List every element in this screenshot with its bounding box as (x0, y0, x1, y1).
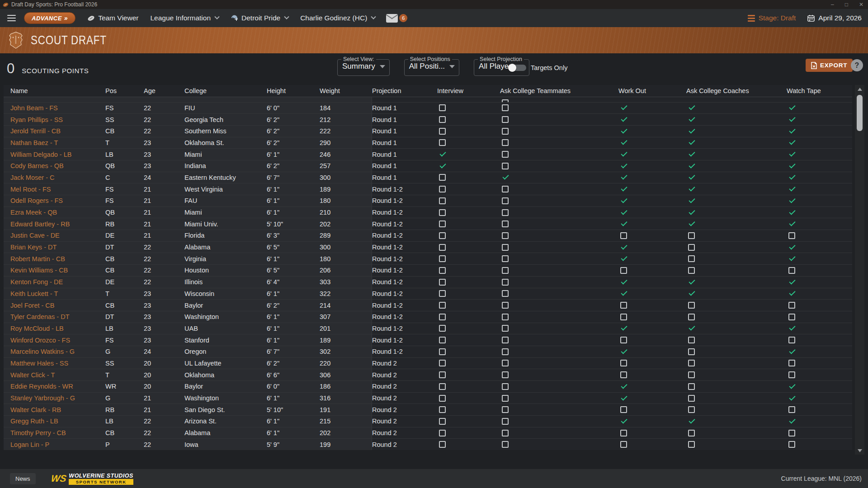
player-name-link[interactable]: Justin Cave - DE (4, 230, 105, 241)
teammates-checkbox[interactable] (502, 337, 509, 343)
teammates-checkbox[interactable] (502, 290, 509, 297)
interview-checkbox[interactable] (439, 232, 446, 239)
interview-checkbox[interactable] (439, 325, 446, 332)
interview-checkbox[interactable] (439, 244, 446, 251)
tape-checkbox[interactable] (788, 360, 795, 366)
coaches-checkbox[interactable] (688, 371, 695, 378)
teammates-checkbox[interactable] (502, 325, 509, 332)
column-header-ask-college-teammates[interactable]: Ask College Teammates (500, 85, 618, 97)
interview-checkbox[interactable] (439, 255, 446, 262)
teammates-checkbox[interactable] (502, 163, 509, 169)
coaches-checkbox[interactable] (688, 383, 695, 390)
interview-checkbox[interactable] (439, 430, 446, 436)
player-name-link[interactable]: Cody Barnes - QB (4, 160, 105, 172)
interview-checkbox[interactable] (439, 267, 446, 274)
view-select[interactable]: Select View: Summary (337, 56, 390, 76)
interview-checkbox[interactable] (439, 314, 446, 320)
workout-checkbox[interactable] (620, 337, 627, 343)
player-name-link[interactable]: Timothy Perry - CB (4, 427, 105, 439)
interview-checkbox[interactable] (439, 139, 446, 146)
player-name-link[interactable]: Kenton Fong - DE (4, 277, 105, 288)
column-header-age[interactable]: Age (144, 85, 184, 97)
workout-checkbox[interactable] (620, 314, 627, 320)
coaches-checkbox[interactable] (688, 430, 695, 436)
player-name-link[interactable]: Stanley Yarbrough - G (4, 393, 105, 404)
player-name-link[interactable]: Jerold Terrill - CB (4, 126, 105, 137)
teammates-checkbox[interactable] (502, 360, 509, 366)
player-name-link[interactable]: Matthew Hales - SS (4, 358, 105, 369)
workout-checkbox[interactable] (620, 406, 627, 413)
tape-checkbox[interactable] (788, 406, 795, 413)
teammates-checkbox[interactable] (502, 383, 509, 390)
teammates-checkbox[interactable] (502, 151, 509, 158)
player-name-link[interactable]: Joel Foret - CB (4, 300, 105, 311)
column-header-name[interactable]: Name (4, 85, 105, 97)
player-name-link[interactable]: Walter Clark - RB (4, 404, 105, 415)
tape-checkbox[interactable] (788, 314, 795, 320)
positions-select[interactable]: Select Positions All Positi... (404, 56, 459, 76)
tape-checkbox[interactable] (788, 232, 795, 239)
interview-checkbox[interactable] (439, 116, 446, 123)
player-name-link[interactable]: Odell Rogers - FS (4, 195, 105, 206)
minimize-button[interactable]: – (831, 1, 834, 8)
workout-checkbox[interactable] (620, 302, 627, 309)
teammates-checkbox[interactable] (502, 104, 509, 111)
news-button[interactable]: News (10, 473, 36, 484)
interview-checkbox[interactable] (439, 302, 446, 309)
workout-checkbox[interactable] (620, 371, 627, 378)
coaches-checkbox[interactable] (688, 406, 695, 413)
teammates-checkbox[interactable] (502, 116, 509, 123)
player-name-link[interactable]: Edward Bartley - RB (4, 218, 105, 230)
tape-checkbox[interactable] (788, 441, 795, 448)
column-header-ask-college-coaches[interactable]: Ask College Coaches (686, 85, 787, 97)
player-name-link[interactable]: Roy McCloud - LB (4, 323, 105, 334)
help-button[interactable]: ? (851, 59, 863, 71)
tape-checkbox[interactable] (788, 430, 795, 436)
interview-checkbox[interactable] (439, 418, 446, 425)
player-name-link[interactable]: Tyler Cardenas - DT (4, 311, 105, 323)
player-name-link[interactable]: Gregg Ruth - LB (4, 416, 105, 427)
nav-item-league-information[interactable]: League Information (150, 14, 219, 22)
vertical-scrollbar[interactable] (855, 85, 864, 455)
teammates-checkbox[interactable] (502, 441, 509, 448)
interview-checkbox[interactable] (439, 221, 446, 227)
player-name-link[interactable]: Ryan Phillips - SS (4, 114, 105, 125)
interview-checkbox[interactable] (439, 371, 446, 378)
player-name-link[interactable]: William Delgado - LB (4, 149, 105, 160)
tape-checkbox[interactable] (788, 337, 795, 343)
player-name-link[interactable]: Kevin Williams - CB (4, 265, 105, 276)
coaches-checkbox[interactable] (688, 441, 695, 448)
teammates-checkbox[interactable] (502, 371, 509, 378)
interview-checkbox[interactable] (439, 337, 446, 343)
teammates-checkbox[interactable] (502, 197, 509, 204)
teammates-checkbox[interactable] (502, 430, 509, 436)
coaches-checkbox[interactable] (688, 314, 695, 320)
teammates-checkbox[interactable] (502, 221, 509, 227)
teammates-checkbox[interactable] (502, 348, 509, 355)
nav-item-team-viewer[interactable]: Team Viewer (87, 14, 138, 22)
maximize-button[interactable]: □ (845, 1, 848, 8)
mail-button[interactable]: 6 (386, 14, 407, 23)
workout-checkbox[interactable] (620, 360, 627, 366)
scrollbar-thumb[interactable] (857, 95, 863, 131)
interview-checkbox[interactable] (439, 395, 446, 402)
workout-checkbox[interactable] (620, 430, 627, 436)
player-name-link[interactable]: Ezra Meek - QB (4, 207, 105, 218)
interview-checkbox[interactable] (439, 209, 446, 216)
player-name-link[interactable]: Jack Moser - C (4, 172, 105, 183)
teammates-checkbox[interactable] (502, 267, 509, 274)
player-name-link[interactable]: John Beam - FS (4, 103, 105, 114)
targets-only-toggle[interactable] (509, 65, 526, 71)
column-header-interview[interactable]: Interview (437, 85, 500, 97)
player-name-link[interactable]: Robert Martin - CB (4, 253, 105, 264)
teammates-checkbox[interactable] (502, 232, 509, 239)
coaches-checkbox[interactable] (688, 360, 695, 366)
player-name-link[interactable]: Mel Root - FS (4, 183, 105, 195)
teammates-checkbox[interactable] (502, 244, 509, 251)
teammates-checkbox[interactable] (502, 406, 509, 413)
teammates-checkbox[interactable] (502, 418, 509, 425)
coaches-checkbox[interactable] (688, 348, 695, 355)
teammates-checkbox[interactable] (502, 314, 509, 320)
nav-item-coach[interactable]: Charlie Godinez (HC) (300, 14, 375, 22)
export-button[interactable]: EXPORT (806, 59, 853, 72)
